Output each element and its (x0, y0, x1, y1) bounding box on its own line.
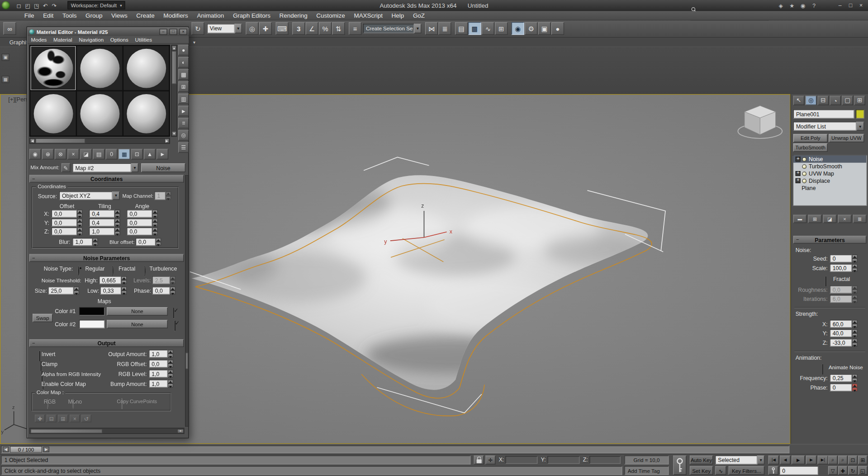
show-map-in-viewport-icon[interactable]: ▦ (119, 149, 130, 159)
next-frame-icon[interactable]: ▶ (806, 456, 816, 465)
new-scene-icon[interactable]: ◻ (14, 2, 24, 10)
pick-material-eyedropper-icon[interactable]: ✎ (62, 163, 71, 172)
menu-customize[interactable]: Customize (312, 12, 349, 19)
orbit-icon[interactable]: ↻ (848, 466, 858, 475)
menu-file[interactable]: File (20, 12, 38, 19)
absolute-offset-toggle[interactable]: ✛ (485, 456, 495, 465)
tab-hierarchy[interactable]: ⊟ (818, 96, 829, 105)
menu-material[interactable]: Material (50, 37, 76, 43)
stack-row-turbosmooth[interactable]: TurboSmooth (793, 163, 867, 170)
menu-group[interactable]: Group (81, 12, 107, 19)
minimize-button[interactable]: – (159, 29, 167, 35)
coordinates-rollout-header[interactable]: −Coordinates (29, 175, 184, 183)
color1-map-button[interactable]: None (107, 307, 168, 315)
modifier-enabled-bulb-icon[interactable] (802, 171, 806, 176)
previous-frame-icon[interactable]: ◀ (3, 447, 9, 452)
phase-field[interactable]: 0,0 (152, 287, 170, 295)
phase-spinner-animated[interactable] (852, 384, 858, 391)
expand-icon[interactable] (796, 171, 801, 176)
menu-utilities[interactable]: Utilities (132, 37, 155, 43)
noise-parameters-rollout-header[interactable]: −Noise Parameters (29, 254, 184, 262)
close-button[interactable]: × (180, 29, 187, 35)
z-tiling-spinner[interactable] (114, 228, 120, 235)
sample-slot[interactable] (76, 91, 123, 136)
material-name-dropdown[interactable]: Map #2 (72, 163, 131, 172)
menu-animation[interactable]: Animation (193, 12, 228, 19)
rgb-level-spinner[interactable] (168, 370, 173, 377)
help-menu-icon[interactable]: ? (809, 2, 819, 10)
x-angle-field[interactable]: 0,0 (127, 210, 152, 218)
modifier-enabled-bulb-icon[interactable] (802, 157, 806, 162)
y-tiling-field[interactable]: 0,4 (89, 219, 114, 226)
curve-editor-icon[interactable]: ∿ (482, 22, 494, 35)
default-tangent-icon[interactable]: ∿ (715, 466, 726, 475)
seed-field[interactable]: 0 (830, 255, 852, 262)
strength-x-field[interactable]: 60,0 (830, 320, 852, 328)
swap-button[interactable]: Swap (33, 314, 52, 322)
viewcube[interactable] (738, 106, 782, 138)
strength-y-spinner[interactable] (852, 329, 858, 337)
go-to-end-icon[interactable]: ▶| (818, 456, 828, 465)
key-mode-toggle[interactable] (768, 466, 778, 475)
next-frame-icon[interactable]: ▶ (43, 447, 49, 452)
z-angle-field[interactable]: 0,0 (127, 228, 152, 235)
current-frame-field[interactable]: 0 (779, 466, 818, 475)
material-editor-titlebar[interactable]: Material Editor - Material #25 – □ × (28, 28, 189, 36)
previous-frame-icon[interactable]: ◀ (780, 456, 790, 465)
menu-graph-editors[interactable]: Graph Editors (228, 12, 275, 19)
chevron-down-icon[interactable]: ▼ (112, 191, 119, 200)
go-to-start-icon[interactable]: |◀ (768, 456, 779, 465)
rgb-offset-spinner[interactable] (168, 360, 173, 367)
select-and-rotate-icon[interactable]: ↻ (191, 22, 204, 35)
edit-named-sets-icon[interactable]: ≡ (349, 22, 361, 35)
graphite-ribbon-toggle-icon[interactable]: ▩ (468, 22, 481, 35)
slots-horizontal-scrollbar[interactable]: ◀ ▶ (29, 138, 170, 144)
menu-tools[interactable]: Tools (58, 12, 81, 19)
color2-swatch[interactable] (79, 320, 104, 328)
material-map-navigator-icon[interactable]: ☰ (178, 142, 189, 152)
z-angle-spinner[interactable] (152, 228, 158, 235)
tab-motion[interactable]: ◔ (830, 96, 841, 105)
high-spinner[interactable] (121, 276, 127, 284)
time-slider-track[interactable]: ◀ 0 / 100 ▶ (1, 446, 789, 453)
regular-radio[interactable] (78, 266, 79, 276)
high-field[interactable]: 0,665 (99, 276, 121, 284)
angle-snap-icon[interactable]: ∠ (306, 22, 318, 35)
blur-spinner[interactable] (92, 238, 98, 246)
mirror-icon[interactable]: ⋈ (425, 22, 438, 35)
show-end-result-icon[interactable]: ⊞ (808, 215, 821, 223)
go-to-sibling-icon[interactable]: ► (157, 149, 168, 159)
x-tiling-field[interactable]: 0,4 (89, 210, 114, 218)
menu-create[interactable]: Create (132, 12, 159, 19)
bump-amount-field[interactable]: 1,0 (149, 380, 168, 387)
make-preview-icon[interactable]: ► (178, 106, 189, 116)
color1-enable-checkbox[interactable] (173, 308, 174, 318)
render-setup-icon[interactable]: ⚙ (525, 22, 537, 35)
sample-slot[interactable] (123, 45, 170, 90)
chevron-down-icon[interactable]: ▼ (414, 24, 421, 33)
video-color-check-icon[interactable]: ▥ (178, 94, 189, 104)
modifier-set-edit-poly-button[interactable]: Edit Poly (793, 134, 828, 142)
chevron-down-icon[interactable]: ▼ (235, 24, 242, 33)
make-unique-icon[interactable]: ◪ (823, 215, 836, 223)
spinner-snap-icon[interactable]: ⇅ (332, 22, 345, 35)
menu-modes[interactable]: Modes (28, 37, 50, 43)
tab-utilities[interactable]: ⊞ (854, 96, 865, 105)
stack-row-plane[interactable]: Plane (793, 184, 867, 191)
invert-checkbox[interactable] (39, 351, 40, 362)
zoom-all-icon[interactable]: ⌕ (838, 456, 848, 465)
selection-lock-toggle[interactable] (474, 456, 484, 465)
show-end-result-icon[interactable]: ⊡ (131, 149, 143, 159)
chevron-down-icon[interactable]: ▼ (757, 456, 764, 465)
ribbon-panel-icon[interactable]: ▦ (2, 76, 9, 83)
frequency-spinner[interactable] (852, 374, 858, 382)
modifier-enabled-bulb-icon[interactable] (802, 164, 806, 169)
maximize-viewport-icon[interactable]: ◱ (858, 466, 868, 475)
chevron-down-icon[interactable]: ▼ (856, 122, 864, 131)
output-amount-spinner[interactable] (168, 350, 173, 357)
z-coord-field[interactable] (589, 456, 621, 464)
go-to-parent-icon[interactable]: ▲ (144, 149, 156, 159)
modifier-set-unwrap-uvw-button[interactable]: Unwrap UVW (829, 134, 864, 142)
select-and-manipulate-icon[interactable]: ✚ (259, 22, 272, 35)
options-icon[interactable]: ≡ (178, 118, 189, 129)
